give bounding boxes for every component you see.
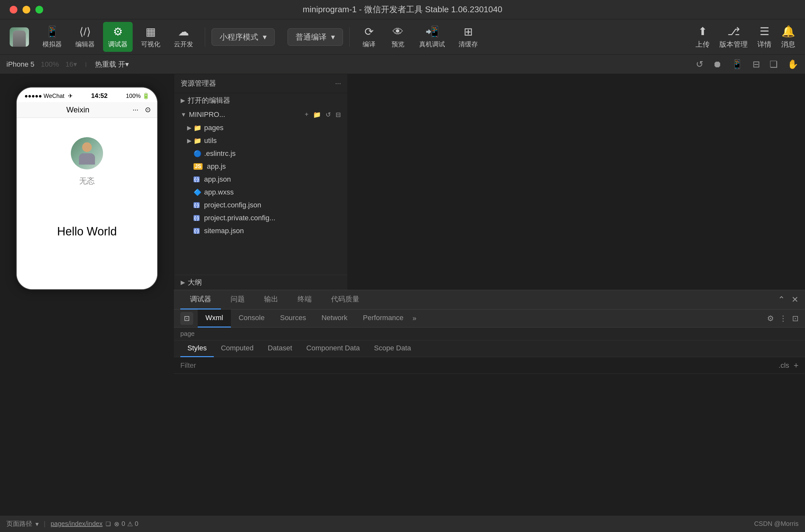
preview-button[interactable]: 👁 预览 — [385, 22, 411, 52]
simulator-panel: ●●●●● WeChat ✈ 14:52 100% 🔋 Weixin ··· ⊙ — [0, 74, 174, 290]
file-item-appjs[interactable]: JS app.js — [174, 160, 347, 173]
editor-button[interactable]: ⟨/⟩ 编辑器 — [70, 22, 100, 52]
user-avatar[interactable] — [9, 27, 29, 47]
add-style-button[interactable]: + — [794, 360, 799, 370]
close-panel-icon[interactable]: ✕ — [791, 294, 799, 305]
panel-tab-dataset[interactable]: Dataset — [261, 340, 299, 357]
error-icon: ⊗ — [114, 520, 119, 528]
ellipsis-icon[interactable]: ··· — [335, 79, 341, 88]
settings-icon[interactable]: ⚙ — [767, 314, 774, 323]
panel-tab-component-data[interactable]: Component Data — [299, 340, 367, 357]
phone-icon: 📱 — [45, 25, 59, 38]
compile-button[interactable]: ⟳ 编译 — [356, 22, 382, 52]
detail-button[interactable]: ☰ 详情 — [758, 25, 771, 49]
wxml-breadcrumb: page — [174, 327, 805, 340]
tab-issues[interactable]: 问题 — [221, 290, 254, 309]
tab-sources[interactable]: Sources — [272, 309, 314, 327]
gesture-icon[interactable]: ✋ — [787, 59, 799, 70]
new-file-icon[interactable]: + — [305, 111, 308, 118]
version-button[interactable]: ⎇ 版本管理 — [720, 25, 748, 49]
page-path[interactable]: pages/index/index — [51, 520, 102, 528]
panel-tab-scope-data[interactable]: Scope Data — [367, 340, 418, 357]
file-item-projectconfig[interactable]: {·} project.config.json — [174, 199, 347, 212]
dots-icon[interactable]: ··· — [133, 106, 138, 114]
json-icon: {·} — [193, 202, 200, 208]
eye-icon: 👁 — [392, 25, 403, 38]
file-item-utils[interactable]: ▶ 📁 utils — [174, 134, 347, 147]
new-folder-icon[interactable]: 📁 — [313, 111, 321, 118]
phone-icon[interactable]: 📱 — [732, 59, 743, 70]
file-tree: ▶ 打开的编辑器 ▼ MINIPRO... + 📁 ↺ ⊟ ▶ 📁 pages — [174, 93, 347, 275]
wxss-icon: 🔷 — [193, 188, 202, 196]
rotate-icon[interactable]: ↺ — [696, 59, 703, 70]
phone-signal: ●●●●● WeChat ✈ — [24, 92, 73, 99]
folder-arrow-icon: ▶ — [187, 124, 192, 131]
tab-wxml[interactable]: Wxml — [198, 309, 231, 327]
device-selector[interactable]: iPhone 5 — [6, 60, 35, 69]
tab-output[interactable]: 输出 — [254, 290, 288, 309]
record-btn[interactable]: ⊙ — [145, 106, 151, 114]
arrow-icon: ▼ — [181, 111, 187, 118]
js-icon: JS — [193, 163, 203, 170]
file-item-appjson[interactable]: {·} app.json — [174, 173, 347, 186]
expand-panel-icon[interactable]: ⊡ — [792, 314, 799, 323]
collapse-icon[interactable]: ⊟ — [336, 111, 341, 118]
more-tabs-icon[interactable]: » — [413, 314, 416, 323]
open-editors-header[interactable]: ▶ 打开的编辑器 — [174, 93, 347, 108]
layers-icon: ⊞ — [464, 25, 473, 38]
record-icon[interactable]: ⏺ — [713, 59, 722, 70]
kebab-menu-icon[interactable]: ⋮ — [779, 314, 787, 323]
window-title: miniprogram-1 - 微信开发者工具 Stable 1.06.2301… — [303, 4, 502, 15]
arrow-icon: ▶ — [181, 279, 185, 286]
refresh-tree-icon[interactable]: ↺ — [326, 111, 331, 118]
filter-bar: .cls + — [174, 357, 805, 374]
status-errors: ⊗ 0 ⚠ 0 — [114, 520, 138, 528]
tab-debugger[interactable]: 调试器 — [180, 290, 221, 309]
notice-button[interactable]: 🔔 消息 — [781, 25, 796, 49]
file-item-pages[interactable]: ▶ 📁 pages — [174, 121, 347, 134]
tab-code-quality[interactable]: 代码质量 — [321, 290, 369, 309]
file-item-eslintrc[interactable]: 🔵 .eslintrc.js — [174, 147, 347, 160]
cls-button[interactable]: .cls — [779, 361, 789, 370]
upload-icon: ⬆ — [698, 25, 707, 38]
outline-header[interactable]: ▶ 大纲 — [174, 275, 347, 290]
file-item-projectprivate[interactable]: {·} project.private.config... — [174, 212, 347, 225]
tab-network[interactable]: Network — [314, 309, 355, 327]
copy-path-icon[interactable]: ❏ — [106, 520, 111, 528]
maximize-button[interactable] — [35, 6, 43, 14]
file-item-sitemap[interactable]: {·} sitemap.json — [174, 225, 347, 238]
file-panel-title: 资源管理器 — [181, 79, 216, 88]
project-header[interactable]: ▼ MINIPRO... + 📁 ↺ ⊟ — [174, 108, 347, 121]
tab-console[interactable]: Console — [231, 309, 272, 327]
simulator-button[interactable]: 📱 模拟器 — [37, 22, 67, 52]
visualize-button[interactable]: ▦ 可视化 — [136, 22, 166, 52]
mode-dropdown[interactable]: 小程序模式 ▾ — [212, 28, 275, 46]
cloud-button[interactable]: ☁ 云开发 — [169, 22, 198, 52]
split-icon[interactable]: ⊟ — [752, 59, 760, 70]
filter-input[interactable] — [180, 361, 774, 370]
copy-icon[interactable]: ❏ — [770, 59, 778, 70]
debug-icon: ⚙ — [113, 25, 123, 38]
folder-arrow-icon: ▶ — [187, 137, 192, 144]
minimize-button[interactable] — [22, 6, 30, 14]
panel-tab-computed[interactable]: Computed — [214, 340, 261, 357]
debugger-tab-icons: ⌃ ✕ — [778, 294, 799, 305]
panel-content — [174, 374, 805, 515]
upload-button[interactable]: ⬆ 上传 — [695, 25, 710, 49]
cursor-icon[interactable]: ⊡ — [180, 312, 193, 325]
separator-2 — [349, 27, 350, 47]
panel-tab-styles[interactable]: Styles — [180, 340, 214, 357]
hotreload-toggle[interactable]: 热重载 开▾ — [95, 60, 129, 69]
statusbar: 页面路径 ▾ | pages/index/index ❏ ⊗ 0 ⚠ 0 CSD… — [0, 515, 805, 532]
real-debug-button[interactable]: 📲 真机调试 — [414, 22, 450, 52]
debugger-button[interactable]: ⚙ 调试器 — [103, 22, 133, 52]
menu-icon: ☰ — [760, 25, 769, 38]
file-item-appwxss[interactable]: 🔷 app.wxss — [174, 186, 347, 199]
close-button[interactable] — [9, 6, 17, 14]
tab-terminal[interactable]: 终端 — [288, 290, 321, 309]
clear-cache-button[interactable]: ⊞ 清缓存 — [453, 22, 483, 52]
phone-username: 无忞 — [79, 176, 95, 186]
tab-performance[interactable]: Performance — [355, 309, 411, 327]
collapse-up-icon[interactable]: ⌃ — [778, 294, 785, 305]
compile-dropdown[interactable]: 普通编译 ▾ — [288, 28, 343, 46]
